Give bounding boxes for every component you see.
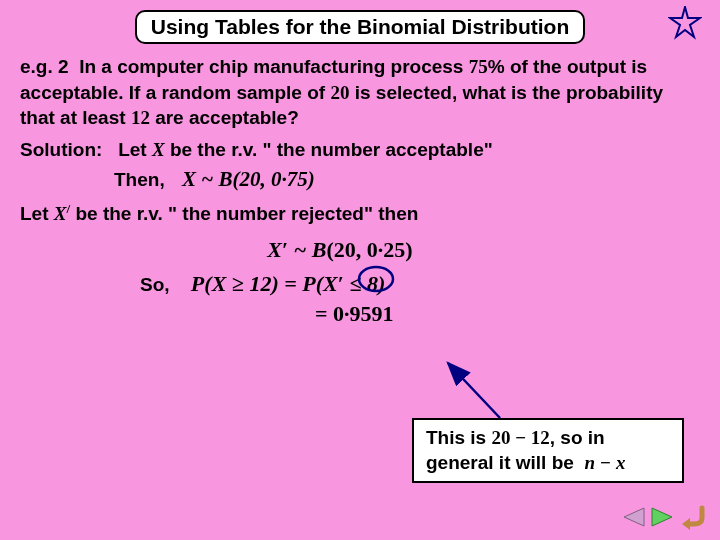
let-text: Let xyxy=(118,139,152,160)
example-label: e.g. 2 xyxy=(20,56,69,77)
problem-part1d: are acceptable? xyxy=(150,107,299,128)
return-button[interactable] xyxy=(680,504,710,534)
prob-formula: P(X ≥ 12) = P(X′ ≤ 8) xyxy=(191,271,385,296)
svg-marker-6 xyxy=(682,518,690,530)
callout-expr2: n − x xyxy=(584,452,625,473)
so-line: So, P(X ≥ 12) = P(X′ ≤ 8) xyxy=(120,263,720,297)
let-xp-text: Let xyxy=(20,203,54,224)
svg-marker-0 xyxy=(670,7,700,37)
svg-marker-4 xyxy=(624,508,644,526)
svg-line-3 xyxy=(448,363,500,418)
dist2-formula: X′ ~ B(20, 0·25) xyxy=(0,237,720,263)
callout-text1: This is xyxy=(426,427,491,448)
problem-part1: In a computer chip manufacturing process xyxy=(79,56,469,77)
callout-box: This is 20 − 12, so in general it will b… xyxy=(412,418,684,483)
so-label: So, xyxy=(140,274,170,295)
result-line: = 0·9591 xyxy=(295,297,720,327)
nav-controls xyxy=(620,504,710,534)
callout-expr1: 20 − 12 xyxy=(491,427,549,448)
Xp-var: X xyxy=(54,203,67,224)
let-xprime-line: Let X/ be the r.v. " the number rejected… xyxy=(0,192,720,228)
pct-value: 75 xyxy=(469,56,488,77)
problem-text: e.g. 2 In a computer chip manufacturing … xyxy=(0,44,720,131)
let-xp-text2: be the r.v. " the number rejected" then xyxy=(70,203,418,224)
prev-button[interactable] xyxy=(620,506,646,532)
then-label: Then, xyxy=(114,169,165,190)
k-value: 12 xyxy=(131,107,150,128)
n-value: 20 xyxy=(330,82,349,103)
X-var: X xyxy=(152,139,165,160)
star-icon xyxy=(668,6,702,44)
let-text2: be the r.v. " the number acceptable" xyxy=(165,139,493,160)
page-title: Using Tables for the Binomial Distributi… xyxy=(135,10,585,44)
next-button[interactable] xyxy=(650,506,676,532)
dist1-formula: X ~ B(20, 0·75) xyxy=(182,167,315,191)
svg-marker-5 xyxy=(652,508,672,526)
then-line: Then, X ~ B(20, 0·75) xyxy=(94,167,720,192)
solution-line: Solution: Let X be the r.v. " the number… xyxy=(0,131,720,163)
solution-label: Solution: xyxy=(20,139,102,160)
svg-point-1 xyxy=(359,267,393,291)
